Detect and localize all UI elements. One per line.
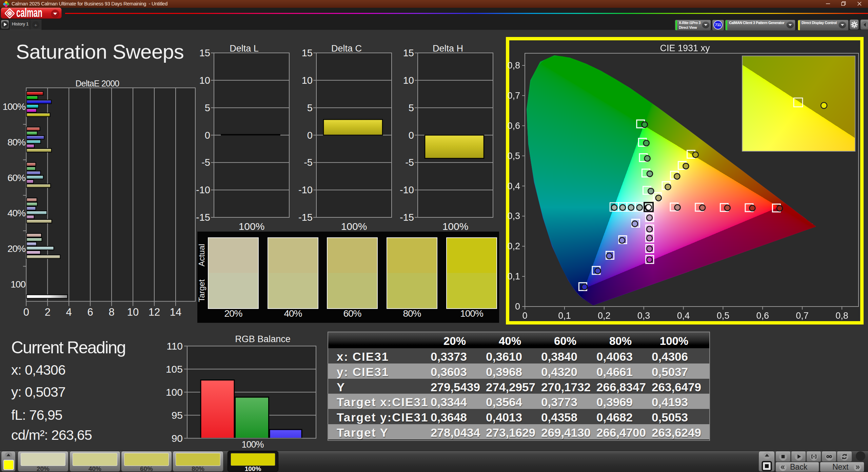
svg-text:Actual: Actual — [197, 244, 206, 267]
svg-text:-10: -10 — [298, 184, 313, 195]
svg-text:DeltaE 2000: DeltaE 2000 — [76, 79, 119, 88]
svg-text:RGB Balance: RGB Balance — [235, 334, 291, 344]
svg-text:10: 10 — [199, 75, 210, 86]
svg-text:0,2: 0,2 — [598, 311, 611, 321]
svg-text:Delta L: Delta L — [230, 43, 259, 54]
svg-text:0,7: 0,7 — [796, 311, 809, 321]
svg-text:-15: -15 — [196, 212, 210, 223]
svg-text:10: 10 — [302, 75, 313, 86]
svg-text:40%: 40% — [7, 208, 25, 218]
svg-text:10: 10 — [403, 75, 414, 86]
svg-text:6: 6 — [87, 306, 93, 318]
svg-text:100%: 100% — [341, 221, 367, 232]
svg-text:100%: 100% — [2, 101, 25, 112]
svg-text:0,7: 0,7 — [507, 91, 520, 101]
svg-text:-5: -5 — [405, 157, 414, 168]
svg-text:0,4: 0,4 — [677, 311, 690, 321]
svg-text:15: 15 — [302, 47, 313, 58]
svg-text:95: 95 — [172, 410, 183, 421]
svg-text:-5: -5 — [201, 157, 210, 168]
svg-text:100: 100 — [11, 279, 25, 290]
svg-text:-15: -15 — [298, 212, 313, 223]
svg-text:Target: Target — [197, 279, 206, 302]
svg-text:100%: 100% — [442, 221, 469, 232]
svg-text:0,5: 0,5 — [717, 311, 730, 321]
svg-text:Delta H: Delta H — [433, 43, 463, 54]
svg-text:0,8: 0,8 — [507, 60, 520, 71]
svg-text:10: 10 — [127, 306, 139, 318]
svg-text:-10: -10 — [196, 184, 210, 195]
svg-text:80%: 80% — [7, 137, 25, 148]
svg-text:5: 5 — [409, 102, 414, 113]
svg-text:0: 0 — [205, 130, 210, 141]
svg-text:0,8: 0,8 — [835, 311, 848, 321]
svg-text:0: 0 — [522, 311, 527, 321]
svg-text:-15: -15 — [400, 212, 414, 223]
svg-text:-5: -5 — [304, 157, 313, 168]
svg-text:0,1: 0,1 — [507, 271, 520, 281]
svg-text:0,2: 0,2 — [507, 241, 520, 251]
svg-text:100%: 100% — [239, 221, 265, 232]
svg-text:5: 5 — [205, 102, 210, 113]
svg-text:60%: 60% — [7, 173, 25, 183]
svg-text:5: 5 — [307, 102, 313, 113]
svg-text:15: 15 — [199, 47, 210, 58]
svg-text:0: 0 — [307, 130, 313, 141]
svg-text:12: 12 — [149, 306, 160, 318]
svg-text:0,4: 0,4 — [507, 181, 520, 191]
svg-text:0: 0 — [515, 301, 520, 312]
svg-text:0,5: 0,5 — [507, 151, 520, 161]
svg-text:4: 4 — [66, 306, 72, 318]
svg-text:-10: -10 — [400, 184, 414, 195]
svg-text:0,6: 0,6 — [756, 311, 769, 321]
svg-text:90: 90 — [172, 433, 183, 444]
svg-text:0,3: 0,3 — [637, 311, 650, 321]
svg-text:14: 14 — [170, 306, 181, 318]
svg-text:100%: 100% — [241, 439, 264, 450]
svg-text:0: 0 — [23, 306, 29, 318]
svg-text:Delta C: Delta C — [331, 43, 362, 54]
svg-text:CIE 1931 xy: CIE 1931 xy — [660, 43, 710, 53]
svg-text:0: 0 — [409, 130, 414, 141]
svg-text:2: 2 — [45, 306, 51, 318]
svg-text:0,3: 0,3 — [507, 211, 520, 221]
svg-text:0,6: 0,6 — [507, 121, 520, 131]
svg-text:8: 8 — [108, 306, 114, 318]
svg-text:105: 105 — [166, 363, 183, 375]
svg-text:0,1: 0,1 — [558, 311, 571, 321]
svg-text:100: 100 — [166, 387, 183, 398]
svg-text:110: 110 — [166, 340, 183, 352]
svg-text:20%: 20% — [7, 243, 25, 254]
svg-text:15: 15 — [403, 47, 414, 58]
